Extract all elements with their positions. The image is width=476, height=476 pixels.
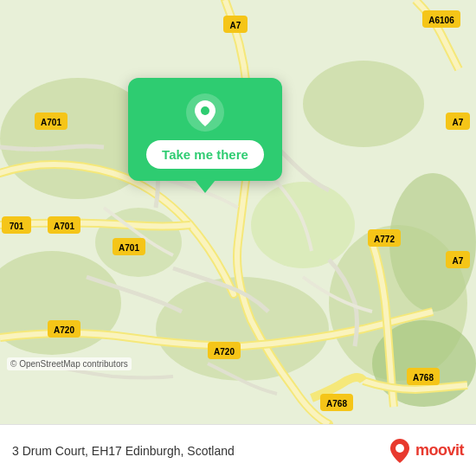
address-text: 3 Drum Court, EH17 Edinburgh, Scotland [12, 444, 388, 458]
svg-text:A720: A720 [54, 325, 74, 335]
svg-text:A7: A7 [230, 21, 241, 30]
svg-text:A6106: A6106 [428, 16, 454, 25]
svg-text:A701: A701 [41, 118, 61, 127]
moovit-pin-icon [388, 437, 412, 465]
svg-point-8 [389, 173, 476, 312]
svg-text:A768: A768 [326, 399, 347, 408]
take-me-there-button[interactable]: Take me there [146, 140, 264, 169]
svg-point-38 [396, 444, 404, 453]
svg-text:A7: A7 [453, 118, 464, 127]
svg-text:701: 701 [10, 222, 24, 231]
moovit-logo: moovit [388, 437, 464, 465]
osm-credit: © OpenStreetMap contributors [7, 357, 132, 370]
svg-point-37 [201, 106, 209, 115]
svg-text:A7: A7 [453, 256, 464, 266]
svg-text:A768: A768 [413, 373, 434, 383]
map-container: A701 A701 A701 A7 A7 A7 A720 A720 A772 A… [0, 0, 476, 424]
svg-text:A701: A701 [54, 222, 74, 231]
location-popup[interactable]: Take me there [128, 78, 282, 181]
svg-point-4 [303, 61, 424, 147]
svg-text:A701: A701 [119, 243, 139, 253]
svg-text:A772: A772 [374, 235, 395, 244]
svg-text:A720: A720 [214, 347, 235, 357]
bottom-bar: 3 Drum Court, EH17 Edinburgh, Scotland m… [0, 424, 476, 476]
location-pin-icon [186, 93, 224, 132]
moovit-brand-text: moovit [415, 441, 464, 460]
